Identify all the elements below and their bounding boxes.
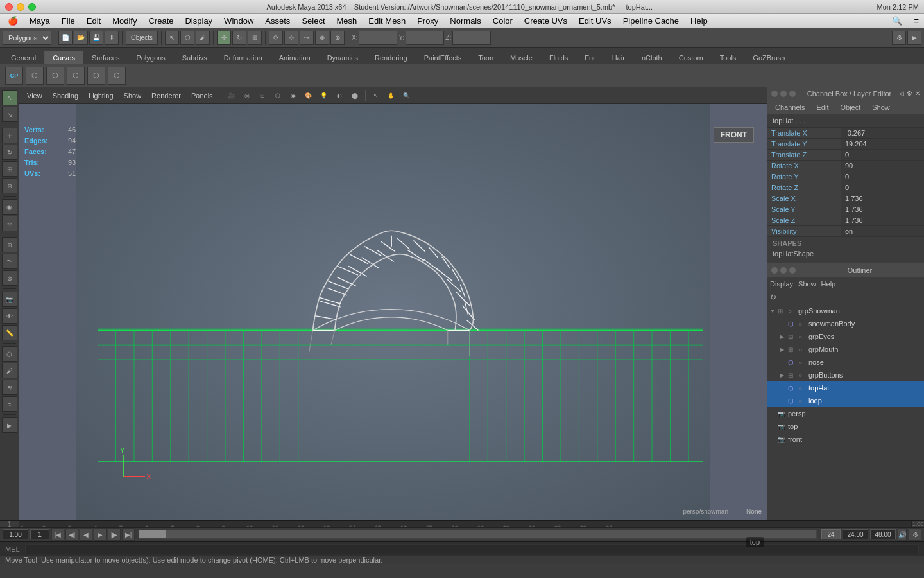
attr-val-translate-y[interactable]: 19.204 (841, 139, 924, 149)
menu-proxy[interactable]: Proxy (412, 14, 443, 28)
shelf-cp-button[interactable]: CP (5, 67, 23, 85)
eye-button[interactable]: 👁 (2, 308, 17, 324)
menu-pipeline[interactable]: Pipeline Cache (618, 14, 684, 28)
shelf-btn-4[interactable]: ⬡ (87, 67, 105, 85)
tab-hair[interactable]: Hair (604, 51, 633, 64)
menu-select[interactable]: Select (296, 14, 330, 28)
go-start-button[interactable]: |◀ (51, 528, 64, 541)
outliner-refresh-button[interactable]: ↻ (770, 293, 776, 302)
cb-icon-3[interactable]: ✕ (915, 90, 920, 97)
attr-val-rotate-y[interactable]: 0 (841, 171, 924, 182)
traffic-lights[interactable] (5, 3, 36, 11)
tab-dynamics[interactable]: Dynamics (319, 51, 366, 64)
attr-row-rotate-x[interactable]: Rotate X 90 (767, 161, 924, 171)
visibility-icon-3[interactable]: ○ (798, 333, 809, 340)
start-frame-field[interactable] (3, 529, 28, 539)
x-field[interactable] (359, 31, 397, 45)
tab-general[interactable]: General (3, 51, 44, 64)
status-input[interactable] (25, 544, 919, 554)
attr-val-translate-z[interactable]: 0 (841, 150, 924, 160)
panels-menu[interactable]: Panels (187, 91, 217, 101)
tab-custom[interactable]: Custom (671, 51, 712, 64)
outliner-tab-help[interactable]: Help (821, 280, 836, 288)
attr-val-translate-x[interactable]: -0.267 (841, 128, 924, 138)
measure-button[interactable]: 📏 (2, 325, 17, 340)
grid-button[interactable]: ⊞ (256, 89, 269, 102)
smooth-button[interactable]: ◉ (287, 89, 300, 102)
apple-menu[interactable]: 🍎 (3, 14, 23, 28)
menu-maya[interactable]: Maya (24, 14, 55, 28)
menu-normals[interactable]: Normals (445, 14, 486, 28)
tab-subdivs[interactable]: Subdivs (174, 51, 216, 64)
timeline-track[interactable] (139, 530, 817, 539)
menu-display[interactable]: Display (180, 14, 218, 28)
camera-tool-button[interactable]: 📷 (2, 292, 17, 307)
step-fwd-button[interactable]: |▶ (108, 528, 121, 541)
tab-fur[interactable]: Fur (576, 51, 604, 64)
out-dot-2[interactable] (780, 267, 787, 274)
shapes-item[interactable]: topHatShape (767, 249, 924, 263)
outliner-item-grpeyes[interactable]: ▶ ⊞ ○ grpEyes (767, 330, 924, 343)
visibility-icon-5[interactable]: ○ (798, 359, 809, 366)
outliner-item-loop[interactable]: ⬡ ○ loop (767, 394, 924, 407)
attr-val-rotate-z[interactable]: 0 (841, 182, 924, 193)
cb-icon-1[interactable]: ◁ (899, 90, 904, 97)
shelf-btn-2[interactable]: ⬡ (46, 67, 64, 85)
attr-row-visibility[interactable]: Visibility on (767, 226, 924, 237)
cb-close-buttons[interactable] (771, 91, 796, 97)
snap-surface-left-button[interactable]: ⊗ (2, 270, 17, 286)
open-scene-button[interactable]: 📂 (74, 31, 88, 45)
timeline-ruler[interactable]: 1 1 2 3 4 5 6 7 (0, 520, 924, 527)
tab-painteffects[interactable]: PaintEffects (416, 51, 470, 64)
current-frame-field[interactable] (30, 529, 49, 539)
sculpt-button[interactable]: ⬡ (2, 346, 17, 362)
tab-surfaces[interactable]: Surfaces (83, 51, 128, 64)
mode-dropdown[interactable]: Polygons (3, 31, 51, 45)
snap-curve-left-button[interactable]: 〜 (2, 254, 17, 269)
move-mode-button[interactable]: ✛ (2, 128, 17, 143)
view-menu[interactable]: View (23, 91, 46, 101)
cb-dot-2[interactable] (780, 91, 787, 97)
tab-toon[interactable]: Toon (470, 51, 502, 64)
outliner-item-grpbuttons[interactable]: ▶ ⊞ ○ grpButtons (767, 369, 924, 381)
renderer-menu[interactable]: Renderer (148, 91, 185, 101)
menu-help[interactable]: Help (685, 14, 713, 28)
menu-assets[interactable]: Assets (260, 14, 295, 28)
maximize-button[interactable] (28, 3, 36, 11)
select-tool-button[interactable]: ↖ (165, 31, 179, 45)
menu-edit-uvs[interactable]: Edit UVs (574, 14, 617, 28)
soft-select-button[interactable]: ◉ (2, 199, 17, 215)
tab-animation[interactable]: Animation (271, 51, 319, 64)
tab-ncloth[interactable]: nCloth (633, 51, 671, 64)
outliner-tab-display[interactable]: Display (770, 280, 793, 288)
attr-val-scale-z[interactable]: 1.736 (841, 215, 924, 225)
paint-select-button[interactable]: 🖌 (196, 31, 210, 45)
outliner-item-tophat[interactable]: ⬡ ○ topHat (767, 381, 924, 394)
out-dot-1[interactable] (771, 267, 778, 274)
pan-button[interactable]: ✋ (385, 89, 398, 102)
attr-val-visibility[interactable]: on (841, 226, 924, 236)
outliner-item-snowmanbody[interactable]: ⬡ ○ snowmanBody (767, 317, 924, 330)
total-frames-field[interactable] (870, 529, 896, 539)
tab-polygons[interactable]: Polygons (128, 51, 173, 64)
attr-row-translate-x[interactable]: Translate X -0.267 (767, 128, 924, 139)
go-end-button[interactable]: ▶| (122, 528, 135, 541)
lighting-menu[interactable]: Lighting (85, 91, 117, 101)
attr-val-scale-y[interactable]: 1.736 (841, 204, 924, 215)
visibility-icon-6[interactable]: ○ (798, 372, 809, 379)
snap-surface-button[interactable]: ⊗ (330, 31, 345, 45)
anim-settings-button[interactable]: ⚙ (909, 528, 921, 541)
expand-icon-4[interactable]: ▶ (780, 347, 788, 353)
ao-button[interactable]: ⬤ (348, 89, 361, 102)
rotate-mode-button[interactable]: ↻ (2, 144, 17, 160)
fluid-button[interactable]: ≈ (2, 396, 17, 412)
new-scene-button[interactable]: 📄 (58, 31, 73, 45)
visibility-icon-2[interactable]: ○ (798, 320, 809, 328)
cb-icon-2[interactable]: ⚙ (907, 90, 912, 97)
render-settings-button[interactable]: ⚙ (892, 31, 906, 45)
tab-tools[interactable]: Tools (712, 51, 745, 64)
menu-edit-mesh[interactable]: Edit Mesh (363, 14, 411, 28)
play-back-button[interactable]: ◀ (80, 528, 92, 541)
cb-tab-channels[interactable]: Channels (770, 102, 810, 112)
menu-create[interactable]: Create (143, 14, 178, 28)
